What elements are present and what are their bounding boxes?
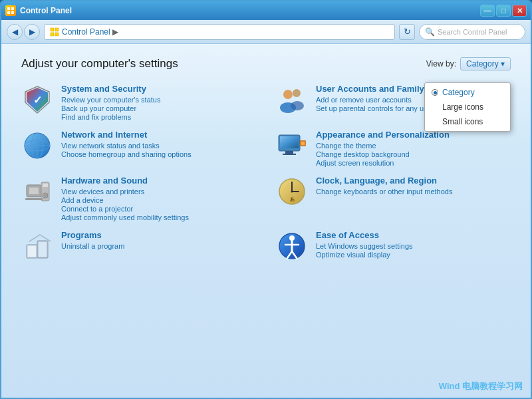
title-system-security[interactable]: System and Security xyxy=(61,84,256,94)
search-placeholder: Search Control Panel xyxy=(438,28,507,36)
icon-system-security: ✓ xyxy=(21,84,53,116)
svg-rect-1 xyxy=(11,7,14,10)
svg-rect-21 xyxy=(280,136,299,148)
view-by-label: View by: xyxy=(426,59,456,68)
search-icon: 🔍 xyxy=(425,27,435,37)
svg-rect-4 xyxy=(51,28,54,31)
link-network-status[interactable]: View network status and tasks xyxy=(61,142,256,150)
title-ease-of-access[interactable]: Ease of Access xyxy=(316,230,511,240)
title-programs[interactable]: Programs xyxy=(61,230,256,240)
address-path[interactable]: Control Panel ▶ xyxy=(44,24,395,40)
link-windows-suggest[interactable]: Let Windows suggest settings xyxy=(316,242,511,250)
breadcrumb-controlpanel[interactable]: Control Panel xyxy=(62,27,110,37)
list-item-system-security: ✓ System and Security Review your comput… xyxy=(21,84,256,122)
svg-point-13 xyxy=(293,89,301,97)
link-projector[interactable]: Connect to a projector xyxy=(61,205,256,213)
icon-clock: あ xyxy=(276,176,308,207)
svg-rect-41 xyxy=(39,242,47,257)
list-item-hardware: Hardware and Sound View devices and prin… xyxy=(21,176,256,222)
back-button[interactable]: ◀ xyxy=(7,24,23,40)
svg-text:あ: あ xyxy=(290,197,295,202)
dropdown-item-small-icons[interactable]: Small icons xyxy=(425,114,510,129)
link-keyboard-input[interactable]: Change keyboards or other input methods xyxy=(316,188,511,196)
list-item-programs: Programs Uninstall a program xyxy=(21,230,256,262)
title-bar: Control Panel — □ ✕ xyxy=(1,1,531,20)
text-ease-of-access: Ease of Access Let Windows suggest setti… xyxy=(316,230,511,259)
link-optimize-visual[interactable]: Optimize visual display xyxy=(316,251,511,259)
text-clock: Clock, Language, and Region Change keybo… xyxy=(316,176,511,196)
address-bar: ◀ ▶ Control Panel ▶ ↻ 🔍 Search Control P… xyxy=(1,20,531,44)
icon-user-accounts xyxy=(276,84,308,116)
list-item-appearance: Appearance and Personalization Change th… xyxy=(276,130,511,168)
icon-hardware xyxy=(21,176,53,207)
main-window: Control Panel — □ ✕ ◀ ▶ Control Panel ▶ … xyxy=(0,0,532,399)
link-homegroup[interactable]: Choose homegroup and sharing options xyxy=(61,150,256,158)
link-devices-printers[interactable]: View devices and printers xyxy=(61,188,256,196)
svg-text:✓: ✓ xyxy=(33,94,42,106)
svg-rect-0 xyxy=(7,7,10,10)
window-icon xyxy=(5,5,16,16)
link-change-theme[interactable]: Change the theme xyxy=(316,142,511,150)
svg-rect-27 xyxy=(29,188,39,194)
window-controls: — □ ✕ xyxy=(480,5,527,17)
svg-rect-7 xyxy=(55,33,59,36)
svg-rect-29 xyxy=(43,184,48,187)
svg-point-14 xyxy=(291,101,304,110)
title-hardware[interactable]: Hardware and Sound xyxy=(61,176,256,186)
title-clock[interactable]: Clock, Language, and Region xyxy=(316,176,511,186)
text-appearance: Appearance and Personalization Change th… xyxy=(316,130,511,168)
link-desktop-bg[interactable]: Change desktop background xyxy=(316,150,511,158)
view-by-control: View by: Category ▾ xyxy=(426,57,511,70)
svg-rect-39 xyxy=(28,246,36,257)
title-bar-left: Control Panel xyxy=(5,5,72,16)
view-dropdown: Category Large icons Small icons xyxy=(424,82,511,132)
link-backup[interactable]: Back up your computer xyxy=(61,104,256,112)
svg-rect-25 xyxy=(301,142,305,145)
svg-rect-32 xyxy=(25,198,43,200)
dropdown-label-large-icons: Large icons xyxy=(442,102,483,112)
icon-appearance xyxy=(276,130,308,162)
text-hardware: Hardware and Sound View devices and prin… xyxy=(61,176,256,222)
view-by-button[interactable]: Category ▾ xyxy=(460,57,511,70)
close-button[interactable]: ✕ xyxy=(512,5,527,17)
svg-rect-23 xyxy=(283,154,296,155)
link-uninstall[interactable]: Uninstall a program xyxy=(61,242,256,250)
title-network[interactable]: Network and Internet xyxy=(61,130,256,140)
list-item-ease-of-access: Ease of Access Let Windows suggest setti… xyxy=(276,230,511,262)
watermark: Wind 电脑教程学习网 xyxy=(439,380,523,392)
icon-network xyxy=(21,130,53,162)
svg-rect-5 xyxy=(55,28,59,31)
breadcrumb-separator: ▶ xyxy=(112,27,118,37)
dropdown-item-category[interactable]: Category xyxy=(425,85,510,100)
link-mobility[interactable]: Adjust commonly used mobility settings xyxy=(61,213,256,221)
nav-buttons: ◀ ▶ xyxy=(7,24,40,40)
list-item-network: Network and Internet View network status… xyxy=(21,130,256,168)
text-network: Network and Internet View network status… xyxy=(61,130,256,159)
svg-point-31 xyxy=(44,194,47,197)
link-add-device[interactable]: Add a device xyxy=(61,196,256,204)
radio-category xyxy=(432,89,438,96)
forward-button[interactable]: ▶ xyxy=(24,24,40,40)
dropdown-label-category: Category xyxy=(442,88,475,97)
icon-ease-of-access xyxy=(276,230,308,262)
svg-rect-6 xyxy=(51,33,54,36)
link-find-fix[interactable]: Find and fix problems xyxy=(61,113,256,121)
dropdown-item-large-icons[interactable]: Large icons xyxy=(425,100,510,114)
minimize-button[interactable]: — xyxy=(480,5,495,17)
refresh-button[interactable]: ↻ xyxy=(399,24,415,40)
svg-rect-2 xyxy=(7,11,10,14)
svg-rect-3 xyxy=(11,11,14,14)
svg-rect-22 xyxy=(285,151,293,154)
svg-point-11 xyxy=(283,90,293,99)
link-screen-res[interactable]: Adjust screen resolution xyxy=(316,159,511,167)
search-box[interactable]: 🔍 Search Control Panel xyxy=(419,24,525,40)
dropdown-label-small-icons: Small icons xyxy=(442,117,483,126)
text-programs: Programs Uninstall a program xyxy=(61,230,256,251)
maximize-button[interactable]: □ xyxy=(496,5,511,17)
text-system-security: System and Security Review your computer… xyxy=(61,84,256,122)
content-area: Adjust your computer's settings View by:… xyxy=(1,44,531,398)
icon-programs xyxy=(21,230,53,262)
window-title: Control Panel xyxy=(20,6,72,15)
link-review-status[interactable]: Review your computer's status xyxy=(61,96,256,104)
list-item-clock: あ Clock, Language, and Region Change key… xyxy=(276,176,511,222)
